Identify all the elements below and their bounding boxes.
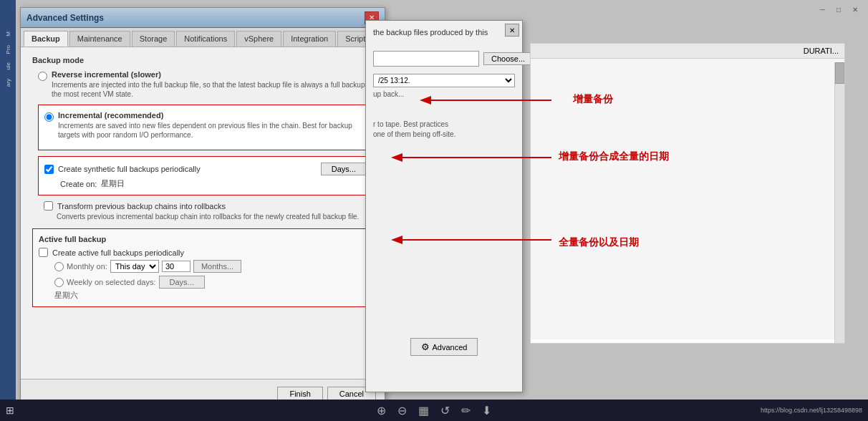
incremental-desc: Increments are saved into new files depe… bbox=[58, 121, 367, 140]
tab-bar: Backup Maintenance Storage Notifications… bbox=[21, 28, 385, 47]
taskbar-url: https://blog.csdn.net/lj13258498898 bbox=[761, 407, 862, 414]
incremental-title: Incremental (recommended) bbox=[58, 111, 367, 120]
transform-desc: Converts previous incremental backup cha… bbox=[57, 212, 359, 221]
active-full-checkbox-row: Create active full backups periodically bbox=[39, 248, 367, 257]
tab-storage[interactable]: Storage bbox=[132, 31, 175, 47]
create-on-row: Create on: 星期日 bbox=[60, 178, 367, 189]
incremental-option: Incremental (recommended) Increments are… bbox=[44, 111, 367, 140]
incremental-red-box: Incremental (recommended) Increments are… bbox=[38, 105, 373, 150]
transform-label: Transform previous backup chains into ro… bbox=[57, 202, 226, 210]
tab-notifications[interactable]: Notifications bbox=[176, 31, 235, 47]
monthly-radio[interactable] bbox=[54, 262, 64, 271]
this-day-select[interactable]: This day bbox=[110, 260, 159, 273]
choose-button[interactable]: Choose... bbox=[483, 52, 533, 65]
synthetic-full-box: Create synthetic full backups periodical… bbox=[38, 156, 373, 195]
minimize-button[interactable]: ─ bbox=[817, 4, 828, 15]
up-backup-text: up back... bbox=[373, 90, 515, 98]
create-on-label: Create on: bbox=[60, 180, 97, 188]
dialog-content: Backup mode Reverse incremental (slower)… bbox=[21, 47, 385, 375]
sidebar: M Pro ule ary bbox=[0, 0, 16, 400]
create-on-value: 星期日 bbox=[101, 178, 125, 189]
synthetic-checkbox[interactable] bbox=[44, 165, 54, 174]
dialog-title-text: Advanced Settings bbox=[26, 13, 104, 23]
tab-integration[interactable]: Integration bbox=[283, 31, 336, 47]
transform-checkbox-row: Transform previous backup chains into ro… bbox=[44, 201, 373, 210]
reverse-incremental-desc: Increments are injected into the full ba… bbox=[52, 80, 373, 99]
second-dialog: ✕ the backup files produced by this Choo… bbox=[365, 20, 523, 392]
reverse-incremental-title: Reverse incremental (slower) bbox=[52, 70, 373, 79]
close-window-button[interactable]: ✕ bbox=[849, 4, 861, 15]
finish-button[interactable]: Finish bbox=[277, 387, 322, 401]
window-controls: ─ □ ✕ bbox=[817, 4, 861, 15]
reverse-incremental-option: Reverse incremental (slower) Increments … bbox=[38, 70, 373, 99]
dropdown-row: /25 13:12. bbox=[373, 74, 515, 87]
advanced-label: Advanced bbox=[433, 343, 468, 352]
tab-maintenance[interactable]: Maintenance bbox=[69, 31, 130, 47]
months-button[interactable]: Months... bbox=[193, 260, 241, 273]
backup-mode-label: Backup mode bbox=[32, 56, 373, 64]
active-full-backup-section: Active full backup Create active full ba… bbox=[32, 228, 373, 307]
tape-text: r to tape. Best practices one of them be… bbox=[373, 120, 515, 140]
active-full-checkbox[interactable] bbox=[39, 248, 48, 257]
weekly-label: Weekly on selected days: bbox=[67, 278, 156, 286]
days-button[interactable]: Days... bbox=[321, 163, 367, 175]
annotation-incremental: 增量备份 bbox=[573, 93, 613, 106]
weekly-days-button[interactable]: Days... bbox=[159, 276, 205, 289]
durati-label: DURATI... bbox=[804, 47, 839, 55]
choose-row: Choose... bbox=[373, 51, 515, 67]
second-dialog-close[interactable]: ✕ bbox=[505, 24, 519, 37]
transform-desc-row: Converts previous incremental backup cha… bbox=[44, 212, 373, 221]
second-dialog-content: the backup files produced by this Choose… bbox=[366, 21, 522, 147]
synthetic-checkbox-row: Create synthetic full backups periodical… bbox=[44, 163, 367, 175]
synthetic-label: Create synthetic full backups periodical… bbox=[58, 165, 201, 173]
sidebar-item-ary[interactable]: ary bbox=[4, 76, 13, 89]
advanced-settings-dialog: Advanced Settings ✕ Backup Maintenance S… bbox=[20, 7, 385, 408]
taskbar: ⊞ ⊕ ⊖ ▦ ↺ ✏ ⬇ https://blog.csdn.net/lj13… bbox=[0, 400, 868, 421]
sidebar-item-m[interactable]: M bbox=[4, 29, 13, 39]
monthly-row: Monthly on: This day Months... bbox=[54, 260, 367, 273]
maximize-button[interactable]: □ bbox=[834, 4, 844, 15]
taskbar-download-icon[interactable]: ⬇ bbox=[482, 404, 491, 417]
taskbar-grid-icon[interactable]: ▦ bbox=[418, 404, 429, 417]
taskbar-zoom-out-icon[interactable]: ⊖ bbox=[397, 404, 407, 417]
backup-files-text: the backup files produced by this bbox=[373, 28, 515, 37]
incremental-radio[interactable] bbox=[44, 112, 54, 122]
durati-panel: DURATI... bbox=[530, 43, 845, 344]
active-full-title: Active full backup bbox=[39, 235, 367, 243]
tab-vsphere[interactable]: vSphere bbox=[236, 31, 281, 47]
taskbar-edit-icon[interactable]: ✏ bbox=[461, 404, 471, 417]
taskbar-refresh-icon[interactable]: ↺ bbox=[440, 404, 450, 417]
advanced-area: ⚙ Advanced bbox=[366, 338, 522, 356]
annotation-synthetic-date: 增量备份合成全量的日期 bbox=[559, 150, 669, 163]
sidebar-item-ule[interactable]: ule bbox=[4, 59, 13, 73]
monthly-label: Monthly on: bbox=[67, 262, 107, 271]
durati-header: DURATI... bbox=[531, 44, 844, 59]
taskbar-center: ⊕ ⊖ ▦ ↺ ✏ ⬇ bbox=[377, 404, 491, 417]
scroll-thumb[interactable] bbox=[835, 62, 844, 84]
advanced-button[interactable]: ⚙ Advanced bbox=[410, 338, 478, 356]
scroll-bar[interactable] bbox=[834, 62, 844, 343]
weekly-row: Weekly on selected days: Days... bbox=[54, 276, 367, 289]
reverse-incremental-radio[interactable] bbox=[38, 72, 47, 81]
taskbar-zoom-in-icon[interactable]: ⊕ bbox=[377, 404, 386, 417]
weekday-text: 星期六 bbox=[54, 290, 367, 301]
gear-icon: ⚙ bbox=[421, 342, 430, 352]
dialog-title-bar: Advanced Settings ✕ bbox=[21, 8, 385, 28]
backup-mode-group: Reverse incremental (slower) Increments … bbox=[38, 70, 373, 221]
taskbar-windows-icon[interactable]: ⊞ bbox=[6, 405, 14, 416]
weekly-radio[interactable] bbox=[54, 278, 64, 287]
annotation-full-date: 全量备份以及日期 bbox=[559, 236, 639, 249]
sidebar-item-pro[interactable]: Pro bbox=[4, 42, 13, 57]
tab-backup[interactable]: Backup bbox=[24, 31, 68, 47]
choose-input[interactable] bbox=[373, 51, 479, 67]
backup-dropdown[interactable]: /25 13:12. bbox=[373, 74, 515, 87]
day-input[interactable] bbox=[162, 261, 191, 272]
active-full-label: Create active full backups periodically bbox=[52, 248, 184, 257]
transform-checkbox[interactable] bbox=[44, 201, 53, 210]
